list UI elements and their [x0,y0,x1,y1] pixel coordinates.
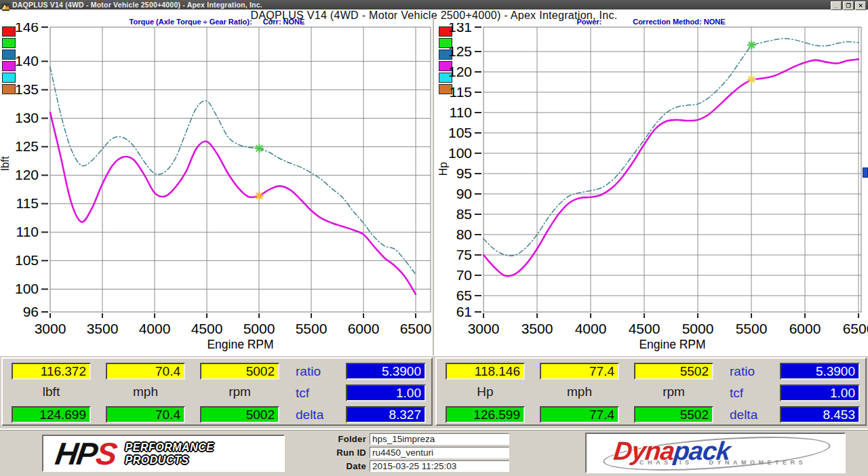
y-tick-label: 146 [15,23,39,35]
power-overlay-value: 126.599 [446,406,525,423]
tcf-label: tcf [730,384,778,401]
torque-readout-panel: 116.372 70.4 5002 lbft mph rpm 124.699 7… [1,357,433,426]
torque-rpm-value: 5002 [200,363,279,380]
date-label: Date [324,461,366,471]
y-tick-label: 65 [456,287,472,303]
x-tick-label: 4500 [191,321,223,336]
delta-label: delta [296,406,344,423]
x-tick-label: 4000 [139,321,171,336]
cursor-marker [256,144,263,152]
y-tick-label: 125 [15,138,39,154]
chart-divider [433,16,434,355]
x-tick-label: 6000 [789,321,821,336]
y-tick-label: 115 [16,195,39,211]
y-tick-label: 105 [448,125,472,140]
run-id-label: Run ID [324,448,366,458]
tcf-value: 1.00 [346,384,426,401]
y-tick-label: 110 [450,104,472,120]
y-tick-label: 95 [456,165,472,181]
hps-logo-tagline: PERFORMANCE PRODUCTS [125,441,214,467]
delta-value: 8.327 [346,406,426,423]
folder-label: Folder [324,434,366,444]
y-tick-label: 130 [15,110,39,125]
charts-area: DAQPLUS V14 (4WD - Motor Vehicle 2500+40… [0,9,868,356]
y-tick-label: 75 [456,247,472,262]
x-tick-label: 5000 [682,321,714,336]
x-tick-label: 6000 [348,321,380,336]
ratio-label: ratio [730,363,778,380]
dynapack-logo-text: Dynapack [612,437,732,466]
footer: HPS PERFORMANCE PRODUCTS Folder hps_15im… [0,429,868,476]
rpm-overlay-value: 5502 [634,406,713,423]
y-tick-label: 120 [15,167,39,182]
y-tick-label: 115 [450,84,472,100]
y-tick-label: 90 [456,186,472,201]
speed-unit-label: mph [540,384,619,399]
power-unit-label: Hp [446,384,525,399]
x-tick-label: 3500 [521,321,553,336]
power-rpm-value: 5502 [634,363,713,380]
window-titlebar[interactable]: DAQPLUS V14 (4WD - Motor Vehicle 2500+40… [0,0,868,9]
x-tick-label: 3500 [87,321,119,336]
y-tick-label: 140 [15,53,39,68]
cursor-marker [748,76,755,83]
hps-logo: HPS PERFORMANCE PRODUCTS [42,435,285,472]
ratio-label: ratio [296,363,344,380]
y-tick-label: 105 [15,252,39,268]
y-tick-label: 135 [15,81,39,97]
rpm-unit-label: rpm [634,384,713,399]
x-tick-label: 6500 [400,321,432,336]
x-tick-label: 4500 [629,321,660,336]
x-tick-label: 3000 [468,321,500,336]
x-tick-label: 5500 [296,321,328,336]
y-tick-label: 70 [456,267,472,283]
power-readout-panel: 118.146 77.4 5502 Hp mph rpm 126.599 77.… [435,357,867,426]
delta-label: delta [730,406,778,423]
rpm-overlay-value: 5002 [200,406,279,423]
close-button[interactable]: ✕ [855,1,866,10]
torque-speed-value: 70.4 [106,363,185,380]
scroll-nub[interactable] [863,167,868,178]
app-icon [2,1,9,9]
power-speed-value: 77.4 [540,363,619,380]
torque-overlay-value: 124.699 [12,406,91,423]
window-title: DAQPLUS V14 (4WD - Motor Vehicle 2500+40… [12,1,262,9]
readout-section: 116.372 70.4 5002 lbft mph rpm 124.699 7… [0,356,868,429]
restore-button[interactable]: ❐ [843,1,854,10]
torque-cursor-value: 116.372 [12,363,91,380]
x-axis-label: Engine RPM [207,338,273,351]
speed-unit-label: mph [106,384,185,399]
y-tick-label: 96 [23,304,39,319]
folder-field[interactable]: hps_15impreza [370,433,509,445]
ratio-value: 5.3900 [346,363,426,380]
y-tick-label: 80 [456,226,472,242]
x-tick-label: 4000 [575,321,607,336]
cursor-marker [256,192,263,199]
x-tick-label: 6500 [843,321,868,336]
cursor-marker [748,41,755,49]
speed-overlay-value: 77.4 [540,406,619,423]
minimize-button[interactable]: _ [831,1,842,10]
x-tick-label: 3000 [35,321,66,336]
run-id-field[interactable]: ru4450_venturi [370,447,509,458]
x-tick-label: 5000 [243,321,275,336]
y-tick-label: 125 [448,43,472,59]
tcf-label: tcf [296,384,344,401]
hps-logo-text: HPS [54,437,118,470]
y-tick-label: 100 [448,145,472,161]
power-cursor-value: 118.146 [446,363,525,380]
y-tick-label: 61 [456,304,472,319]
torque-unit-label: lbft [12,384,91,399]
delta-value: 8.453 [780,406,860,423]
power-chart[interactable]: 1311251201151101051009590858075706561300… [434,23,868,351]
y-tick-label: 110 [16,224,39,239]
x-axis-label: Engine RPM [639,338,705,351]
x-tick-label: 5500 [736,321,768,336]
rpm-unit-label: rpm [200,384,279,399]
run-info-fields: Folder hps_15impreza Run ID ru4450_ventu… [324,433,509,474]
date-field[interactable]: 2015-03-25 11:25:03 [370,460,509,472]
y-tick-label: 120 [448,64,472,79]
y-tick-label: 131 [448,23,472,35]
torque-chart[interactable]: 1461401351301251201151101051009630003500… [0,23,434,351]
y-tick-label: 85 [456,206,472,222]
